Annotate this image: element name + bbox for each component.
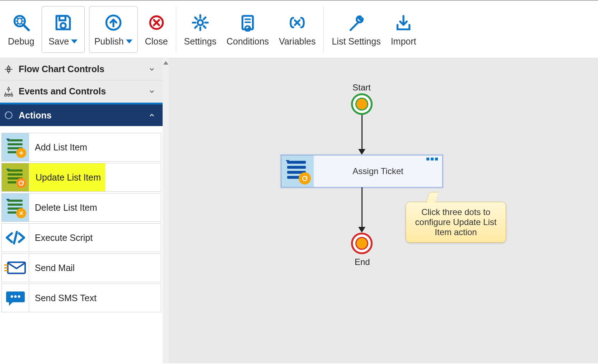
- accordion-label: Events and Controls: [19, 86, 143, 97]
- svg-point-41: [10, 295, 13, 298]
- action-list: Add List Item Update List Item Delete Li…: [0, 126, 163, 312]
- svg-line-7: [16, 23, 18, 25]
- flow-canvas[interactable]: Start Assign Ticket End Click three dots…: [169, 58, 598, 363]
- actions-icon: [3, 110, 14, 120]
- end-label: End: [355, 257, 370, 267]
- save-icon: [54, 12, 72, 33]
- bug-search-icon: [12, 12, 30, 33]
- flow-node-assign-ticket[interactable]: Assign Ticket: [281, 155, 443, 187]
- connector: [361, 115, 363, 150]
- conditions-button[interactable]: Conditions: [221, 6, 274, 53]
- accordion-actions[interactable]: Actions: [0, 103, 163, 126]
- events-icon: [3, 87, 14, 97]
- close-icon: [148, 12, 165, 33]
- svg-line-1: [24, 25, 29, 30]
- close-button[interactable]: Close: [140, 6, 173, 53]
- publish-label: Publish: [94, 36, 124, 47]
- conditions-label: Conditions: [226, 36, 269, 47]
- accordion-label: Flow Chart Controls: [19, 64, 143, 74]
- svg-marker-28: [8, 87, 10, 89]
- svg-line-20: [204, 17, 205, 19]
- connector: [361, 187, 363, 228]
- caret-down-icon: [71, 39, 78, 43]
- svg-point-43: [18, 295, 20, 298]
- action-add-list-item[interactable]: Add List Item: [1, 133, 161, 162]
- action-send-sms[interactable]: Send SMS Text: [1, 284, 161, 312]
- action-send-mail[interactable]: Send Mail: [1, 253, 161, 282]
- svg-line-21: [195, 26, 197, 28]
- svg-point-13: [197, 20, 203, 25]
- update-list-item-icon: [281, 155, 314, 187]
- start-node[interactable]: [351, 93, 373, 115]
- chevron-down-icon: [148, 87, 156, 96]
- toolbar: Debug Save Publish Close Settings: [0, 1, 598, 58]
- settings-button[interactable]: Settings: [179, 6, 221, 53]
- import-button[interactable]: Import: [386, 6, 421, 53]
- svg-rect-9: [59, 16, 65, 20]
- svg-rect-26: [8, 67, 10, 69]
- list-settings-label: List Settings: [332, 36, 380, 47]
- splitter-handle[interactable]: [163, 58, 169, 363]
- svg-point-2: [17, 18, 22, 24]
- save-button[interactable]: Save: [42, 6, 85, 53]
- arrow-down-icon: [358, 149, 365, 155]
- variables-label: Variables: [279, 36, 316, 47]
- svg-line-5: [16, 17, 18, 19]
- node-menu-dots[interactable]: [426, 158, 438, 160]
- action-execute-script[interactable]: Execute Script: [1, 223, 161, 252]
- action-label: Update List Item: [30, 172, 101, 183]
- arrow-down-icon: [358, 227, 365, 233]
- action-label: Send Mail: [29, 263, 75, 273]
- start-label: Start: [352, 83, 371, 93]
- action-label: Send SMS Text: [29, 293, 97, 303]
- variables-button[interactable]: Variables: [274, 6, 321, 53]
- action-label: Add List Item: [29, 142, 87, 153]
- callout-text: Click three dots to configure Update Lis…: [415, 207, 497, 237]
- code-icon: [2, 224, 29, 252]
- conditions-icon: [239, 12, 257, 33]
- svg-rect-27: [8, 69, 10, 71]
- svg-line-19: [204, 26, 205, 28]
- import-icon: [394, 12, 412, 33]
- action-update-list-item[interactable]: Update List Item: [1, 163, 161, 192]
- sms-icon: [2, 284, 29, 312]
- callout-tail: [426, 192, 439, 203]
- end-node[interactable]: [351, 233, 373, 254]
- debug-button[interactable]: Debug: [3, 6, 39, 53]
- debug-label: Debug: [8, 36, 34, 47]
- accordion-events-controls[interactable]: Events and Controls: [0, 80, 163, 103]
- gear-icon: [191, 12, 209, 33]
- svg-point-10: [60, 23, 66, 28]
- delete-list-item-icon: [2, 193, 29, 221]
- svg-point-34: [8, 94, 9, 96]
- svg-point-35: [11, 94, 13, 96]
- variables-icon: [288, 12, 306, 33]
- flow-node-title: Assign Ticket: [314, 155, 442, 187]
- caret-down-icon: [126, 39, 132, 43]
- action-delete-list-item[interactable]: Delete List Item: [1, 193, 161, 222]
- update-list-item-icon: [2, 163, 29, 191]
- chevron-down-icon: [148, 65, 156, 74]
- accordion-flow-chart-controls[interactable]: Flow Chart Controls: [0, 58, 163, 80]
- publish-button[interactable]: Publish: [89, 6, 138, 53]
- svg-line-6: [22, 17, 23, 19]
- list-settings-button[interactable]: List Settings: [327, 6, 386, 53]
- import-label: Import: [391, 36, 416, 47]
- add-list-item-icon: [2, 133, 29, 161]
- settings-label: Settings: [184, 36, 216, 47]
- svg-point-42: [14, 295, 17, 298]
- wrench-icon: [347, 12, 365, 33]
- save-label: Save: [48, 36, 69, 47]
- close-label: Close: [145, 36, 168, 47]
- svg-point-33: [5, 94, 6, 96]
- publish-icon: [104, 12, 122, 33]
- action-label: Delete List Item: [29, 202, 97, 213]
- chevron-up-icon: [148, 111, 156, 120]
- action-label: Execute Script: [29, 233, 93, 243]
- svg-line-8: [22, 23, 23, 25]
- svg-line-18: [195, 17, 197, 19]
- flowchart-icon: [3, 64, 14, 74]
- sidebar: Flow Chart Controls Events and Controls …: [0, 58, 163, 363]
- tooltip-callout: Click three dots to configure Update Lis…: [406, 202, 506, 243]
- mail-icon: [2, 254, 29, 282]
